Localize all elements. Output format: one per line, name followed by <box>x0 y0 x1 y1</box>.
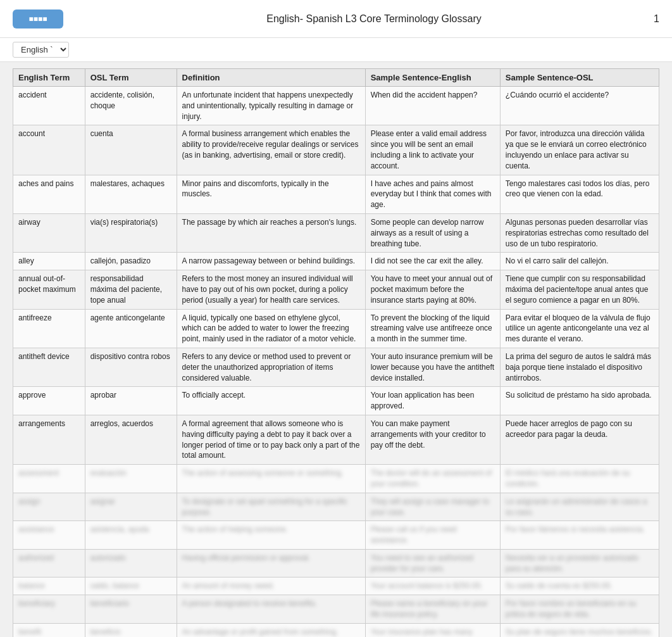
cell-row11-col1: asignar <box>85 493 177 521</box>
cell-row0-col0: accident <box>13 87 85 125</box>
cell-row5-col0: annual out-of-pocket maximum <box>13 270 85 309</box>
cell-row0-col3: When did the accident happen? <box>365 87 500 125</box>
table-row: assessmentevaluaciónThe action of assess… <box>13 465 659 493</box>
cell-row12-col1: asistencia, ayuda <box>85 521 177 550</box>
cell-row7-col3: Your auto insurance premium will be lowe… <box>365 348 500 386</box>
table-row: assignasignarTo designate or set apart s… <box>13 493 659 521</box>
cell-row3-col2: The passage by which air reaches a perso… <box>177 213 365 252</box>
cell-row12-col2: The action of helping someone. <box>177 521 365 550</box>
table-row: beneficiarybeneficiarioA person designat… <box>13 595 659 624</box>
cell-row0-col1: accidente, colisión, choque <box>85 87 177 125</box>
cell-row11-col4: Le asignarán un administrador de casos a… <box>500 493 659 521</box>
cell-row11-col0: assign <box>13 493 85 521</box>
table-row: annual out-of-pocket maximumresponsabili… <box>13 270 659 309</box>
cell-row9-col1: arreglos, acuerdos <box>85 415 177 464</box>
col-header-osl: OSL Term <box>85 69 177 87</box>
cell-row7-col1: dispositivo contra robos <box>85 348 177 386</box>
table-row: accidentaccidente, colisión, choqueAn un… <box>13 87 659 125</box>
glossary-table: English Term OSL Term Definition Sample … <box>13 68 659 637</box>
cell-row16-col4: Su plan de seguro tiene muchos beneficio… <box>500 623 659 637</box>
table-row: approveaprobarTo officially accept.Your … <box>13 387 659 415</box>
table-row: antifreezeagente anticongelanteA liquid,… <box>13 309 659 348</box>
col-header-english: English Term <box>13 69 85 87</box>
cell-row9-col4: Puede hacer arreglos de pago con su acre… <box>500 415 659 464</box>
cell-row12-col4: Por favor llámenos si necesita asistenci… <box>500 521 659 550</box>
cell-row13-col0: authorized <box>13 549 85 577</box>
cell-row14-col1: saldo, balance <box>85 577 177 595</box>
cell-row5-col2: Refers to the most money an insured indi… <box>177 270 365 309</box>
cell-row7-col2: Refers to any device or method used to p… <box>177 348 365 386</box>
cell-row16-col1: beneficio <box>85 623 177 637</box>
cell-row14-col4: Su saldo de cuenta es $250.00. <box>500 577 659 595</box>
table-header-row: English Term OSL Term Definition Sample … <box>13 69 659 87</box>
cell-row6-col3: To prevent the blocking of the liquid st… <box>365 309 500 348</box>
table-row: authorizedautorizadoHaving official perm… <box>13 549 659 577</box>
cell-row12-col0: assistance <box>13 521 85 550</box>
cell-row2-col3: I have aches and pains almost everyday b… <box>365 175 500 213</box>
cell-row10-col3: The doctor will do an assessment of your… <box>365 465 500 493</box>
logo-text: ■■■■ <box>29 15 47 23</box>
cell-row8-col0: approve <box>13 387 85 415</box>
table-row: arrangementsarreglos, acuerdosA formal a… <box>13 415 659 464</box>
cell-row16-col2: An advantage or profit gained from somet… <box>177 623 365 637</box>
table-row: accountcuentaA formal business arrangeme… <box>13 125 659 175</box>
cell-row13-col2: Having official permission or approval. <box>177 549 365 577</box>
cell-row12-col3: Please call us if you need assistance. <box>365 521 500 550</box>
cell-row5-col4: Tiene que cumplir con su responsabilidad… <box>500 270 659 309</box>
table-row: airwayvia(s) respiratoria(s)The passage … <box>13 213 659 252</box>
cell-row5-col3: You have to meet your annual out of pock… <box>365 270 500 309</box>
cell-row3-col1: via(s) respiratoria(s) <box>85 213 177 252</box>
cell-row14-col3: Your account balance is $250.00. <box>365 577 500 595</box>
cell-row3-col4: Algunas personas pueden desarrollar vías… <box>500 213 659 252</box>
cell-row4-col0: alley <box>13 253 85 270</box>
cell-row13-col1: autorizado <box>85 549 177 577</box>
cell-row14-col2: An amount of money owed. <box>177 577 365 595</box>
cell-row9-col2: A formal agreement that allows someone w… <box>177 415 365 464</box>
cell-row1-col0: account <box>13 125 85 175</box>
logo: ■■■■ <box>13 9 63 28</box>
cell-row7-col0: antitheft device <box>13 348 85 386</box>
logo-area: ■■■■ <box>13 9 89 28</box>
cell-row6-col1: agente anticongelante <box>85 309 177 348</box>
page-number: 1 <box>654 13 659 25</box>
cell-row6-col4: Para evitar el bloqueo de la válvula de … <box>500 309 659 348</box>
table-row: balancesaldo, balanceAn amount of money … <box>13 577 659 595</box>
table-row: assistanceasistencia, ayudaThe action of… <box>13 521 659 550</box>
cell-row2-col2: Minor pains and discomforts, typically i… <box>177 175 365 213</box>
cell-row10-col1: evaluación <box>85 465 177 493</box>
cell-row9-col0: arrangements <box>13 415 85 464</box>
cell-row15-col1: beneficiario <box>85 595 177 624</box>
language-selector[interactable]: English ` Spanish <box>13 42 69 58</box>
col-header-sample-en: Sample Sentence-English <box>365 69 500 87</box>
cell-row7-col4: La prima del seguro de autos le saldrá m… <box>500 348 659 386</box>
cell-row6-col0: antifreeze <box>13 309 85 348</box>
cell-row1-col1: cuenta <box>85 125 177 175</box>
table-row: antitheft devicedispositivo contra robos… <box>13 348 659 386</box>
cell-row8-col4: Su solicitud de préstamo ha sido aprobad… <box>500 387 659 415</box>
cell-row4-col2: A narrow passageway between or behind bu… <box>177 253 365 270</box>
cell-row5-col1: responsabilidad máxima del paciente, top… <box>85 270 177 309</box>
table-row: alleycallejón, pasadizoA narrow passagew… <box>13 253 659 270</box>
language-bar: English ` Spanish <box>0 38 672 62</box>
cell-row10-col4: El médico hará una evaluación de su cond… <box>500 465 659 493</box>
cell-row10-col2: The action of assessing someone or somet… <box>177 465 365 493</box>
cell-row6-col2: A liquid, typically one based on ethylen… <box>177 309 365 348</box>
cell-row4-col3: I did not see the car exit the alley. <box>365 253 500 270</box>
cell-row16-col0: benefit <box>13 623 85 637</box>
cell-row13-col3: You need to see an authorized provider f… <box>365 549 500 577</box>
col-header-definition: Definition <box>177 69 365 87</box>
cell-row15-col2: A person designated to receive benefits. <box>177 595 365 624</box>
cell-row15-col3: Please name a beneficiary on your life i… <box>365 595 500 624</box>
cell-row1-col3: Please enter a valid email address since… <box>365 125 500 175</box>
cell-row8-col2: To officially accept. <box>177 387 365 415</box>
cell-row4-col1: callejón, pasadizo <box>85 253 177 270</box>
cell-row1-col4: Por favor, introduzca una dirección váli… <box>500 125 659 175</box>
page-title: English- Spanish L3 Core Terminology Glo… <box>89 13 659 25</box>
cell-row13-col4: Necesita ver a un proveedor autorizado p… <box>500 549 659 577</box>
cell-row11-col3: They will assign a case manager to your … <box>365 493 500 521</box>
cell-row4-col4: No vi el carro salir del callejón. <box>500 253 659 270</box>
header: ■■■■ English- Spanish L3 Core Terminolog… <box>0 0 672 38</box>
table-row: benefitbeneficioAn advantage or profit g… <box>13 623 659 637</box>
cell-row8-col3: Your loan application has been approved. <box>365 387 500 415</box>
cell-row3-col3: Some people can develop narrow airways a… <box>365 213 500 252</box>
